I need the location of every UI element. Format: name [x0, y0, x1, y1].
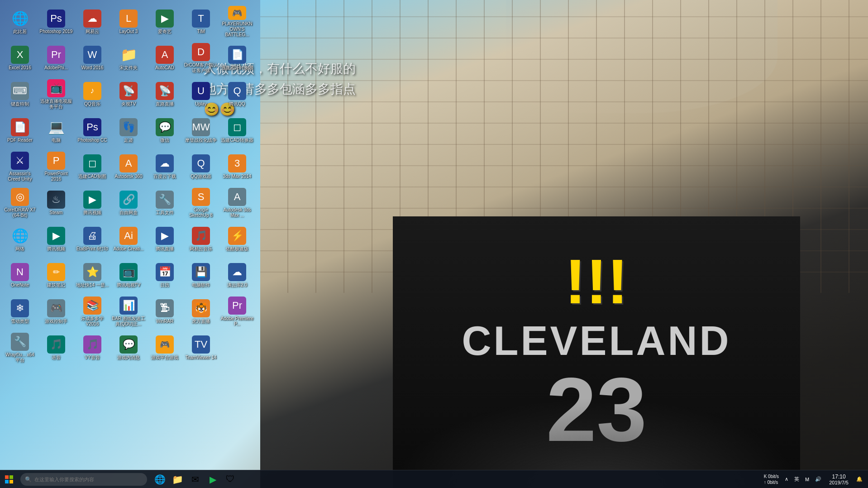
- desktop-icon-bartools[interactable]: 📊BAR 图纸发送工具(QDU)正...: [111, 294, 146, 329]
- desktop-icon-onenote[interactable]: NOneNote: [2, 258, 38, 293]
- desktop-icon-zhongwenwenjian[interactable]: 📁宋文件夹: [111, 40, 146, 76]
- icon-label-cadjianzhu: 迅建CAD转换器: [221, 138, 253, 143]
- desktop-icon-yuyin[interactable]: 🎵语音: [38, 330, 74, 365]
- desktop-icon-ziyouwangluo[interactable]: 🔗自由网盒: [111, 185, 146, 220]
- desktop-icon-cibiju[interactable]: 🌐此比居: [2, 4, 38, 39]
- tray-volume[interactable]: 🔊: [813, 470, 823, 488]
- taskbar-mail[interactable]: ✉: [187, 471, 203, 488]
- desktop-icon-tengxuntv[interactable]: 📺腾讯电视TV: [111, 258, 146, 293]
- desktop-icon-pdfreader[interactable]: 📄PDF Reader: [2, 113, 38, 148]
- desktop-icon-dizhi1[interactable]: ⭐地址快14 一是...: [75, 258, 110, 293]
- desktop-icon-drcom[interactable]: DDrCOM客户端认证客户端: [183, 40, 219, 76]
- desktop-icon-word2016[interactable]: WWord 2016: [75, 40, 110, 76]
- desktop-icon-3dsmax2014[interactable]: 33ds Max 2014: [219, 149, 255, 184]
- desktop-icon-pubg[interactable]: 🎮PLAYERUNKNOWN'S BATTLEG...: [219, 4, 255, 39]
- desktop-icon-mwzhanyi[interactable]: MW摩登战役化战争: [183, 113, 219, 148]
- icon-label-youxinxiaoxi: 游戏内消息: [117, 355, 140, 360]
- desktop-icon-layout3[interactable]: LLayOut 3: [111, 4, 146, 39]
- search-bar[interactable]: 🔍: [20, 473, 147, 486]
- desktop-icon-hufanglive[interactable]: 🐯虎方直播: [183, 294, 219, 329]
- tray-notification[interactable]: 🔔: [854, 470, 864, 488]
- desktop-icon-lianyun20[interactable]: ☁漓云库2.0: [219, 258, 255, 293]
- desktop-icon-uplay[interactable]: UUplay: [183, 77, 219, 112]
- desktop-icon-diannao2[interactable]: 💾电脑软件: [183, 258, 219, 293]
- icon-label-photoshopcc: Photoshop CC: [77, 138, 107, 143]
- system-clock[interactable]: 17:10 2019/7/5: [825, 470, 852, 488]
- desktop-icon-rili[interactable]: 📅日历: [147, 258, 182, 293]
- taskbar-explorer[interactable]: 📁: [169, 471, 186, 488]
- desktop-icon-youda[interactable]: ⚡佐酷极速版: [219, 221, 255, 257]
- desktop-icon-jianzhubizhi[interactable]: ✏建筑笔记: [38, 258, 74, 293]
- desktop-icon-zhiluzhibo[interactable]: 📡直路直播: [147, 77, 182, 112]
- clock-time: 17:10: [832, 474, 846, 480]
- icon-label-zuji: 足迹: [124, 138, 133, 143]
- desktop-icon-googlesketchup[interactable]: SGoogle SketchUp 8: [183, 185, 219, 220]
- desktop-icon-steam[interactable]: ♨Steam: [38, 185, 74, 220]
- icon-label-adobeplm: AdobePhi...: [44, 65, 68, 71]
- desktop-icon-excel2016[interactable]: XExcel 2016: [2, 40, 38, 76]
- icon-image-iqiyi: ▶: [156, 10, 174, 28]
- taskbar-media[interactable]: ▶: [205, 471, 221, 488]
- taskbar: 🔍 🌐 📁 ✉ ▶ 🛡 K 0bit/s ↑ 0bit/s ∧ 英 M 🔊 17…: [0, 470, 868, 488]
- desktop-icon-wangluo[interactable]: 🌐网络: [2, 221, 38, 257]
- desktop-icon-winrar[interactable]: 🗜WinRAR: [147, 294, 182, 329]
- desktop-icon-assassin[interactable]: ⚔Assassin's Creed Unity: [2, 149, 38, 184]
- desktop-icon-coreldraw[interactable]: ◎CorelDRAW X7 (64-Bit): [2, 185, 38, 220]
- desktop-icon-youxianzhubo[interactable]: 📺迅捷直播电视服务平台: [38, 77, 74, 112]
- icon-image-gongju: 🔧: [156, 191, 174, 209]
- desktop-icon-powerpoint2016[interactable]: PPowerPoint 2016: [38, 149, 74, 184]
- desktop-icon-wangyiyun[interactable]: ☁网易云: [75, 4, 110, 39]
- desktop-icon-gongju[interactable]: 🔧工具文件: [147, 185, 182, 220]
- icon-label-cibiju: 此比居: [13, 29, 27, 34]
- desktop-icon-vy1[interactable]: 🎵VY音音: [75, 330, 110, 365]
- icon-label-dizhi1: 地址快14 一是...: [76, 282, 109, 288]
- desktop-icon-adobepremiere[interactable]: PrAdobe Premiere P...: [219, 294, 255, 329]
- desktop-icon-cctv[interactable]: 📡央视TV: [111, 77, 146, 112]
- desktop-icon-adobeplm[interactable]: PrAdobePhi...: [38, 40, 74, 76]
- icon-image-dizhi1: ⭐: [83, 263, 101, 281]
- desktop-icon-photoshop2019[interactable]: PsPhotoshop 2019: [38, 4, 74, 39]
- taskbar-app5[interactable]: 🛡: [222, 471, 238, 488]
- desktop-icon-baiduyun[interactable]: ☁百度云下载: [147, 149, 182, 184]
- desktop-icon-wrayou[interactable]: 🔧Wray©u... x64 平台: [2, 330, 38, 365]
- desktop-icon-kbdtool[interactable]: ⌨键盘特制: [2, 77, 38, 112]
- icon-image-cadjianzhu: ◻: [228, 118, 246, 136]
- tray-network-speed[interactable]: K 0bit/s ↑ 0bit/s: [762, 470, 781, 488]
- desktop-icon-yujikongzhishou[interactable]: 🎮游戏控制手: [38, 294, 74, 329]
- start-button[interactable]: [0, 470, 18, 488]
- desktop-icon-diannao[interactable]: 💻电脑: [38, 113, 74, 148]
- desktop-icon-luocheng[interactable]: 📚乐成多多学V2016: [75, 294, 110, 329]
- icon-label-autodesk3ds: Autodesk 3ds Max ...: [220, 207, 254, 218]
- icon-image-pdftransfer: 📄: [228, 46, 246, 64]
- desktop-icon-pdftransfer[interactable]: 📄迅速PDF转换器: [219, 40, 255, 76]
- desktop-icon-xuedonglei[interactable]: ❄雪动类型: [2, 294, 38, 329]
- desktop-icon-qq2[interactable]: QQQ游戏器: [183, 149, 219, 184]
- desktop-icon-photoshopcc[interactable]: PsPhotoshop CC: [75, 113, 110, 148]
- desktop-icon-teamviewer[interactable]: TVTeamViewer 14: [183, 330, 219, 365]
- desktop-icon-cadjianzu[interactable]: ◻迅建CAD制图: [75, 149, 110, 184]
- desktop-icon-zuji[interactable]: 👣足迹: [111, 113, 146, 148]
- desktop-icon-tengxunlive[interactable]: ▶腾讯直播: [147, 221, 182, 257]
- desktop-icon-autodesk3ds[interactable]: AAutodesk 3ds Max ...: [219, 185, 255, 220]
- desktop-icon-yoxi2[interactable]: 🎮游戏平台游戏: [147, 330, 182, 365]
- desktop-icon-etabprint[interactable]: 🖨EtaBPrint 6打印: [75, 221, 110, 257]
- desktop-icon-autocad[interactable]: AAutoCAD: [147, 40, 182, 76]
- desktop-icon-wangyi[interactable]: 🎵网易云音乐: [183, 221, 219, 257]
- desktop-icon-autodesk360[interactable]: AAutodesk 360: [111, 149, 146, 184]
- tray-ime[interactable]: 英: [792, 470, 801, 488]
- desktop-icon-youxinxiaoxi[interactable]: 💬游戏内消息: [111, 330, 146, 365]
- tray-hidden-icons[interactable]: ∧: [783, 470, 790, 488]
- desktop-icon-weixin[interactable]: 💬微信: [147, 113, 182, 148]
- desktop-icon-iqiyi[interactable]: ▶爱奇艺: [147, 4, 182, 39]
- desktop-icon-tengxunvideo[interactable]: ▶腾讯视频: [38, 221, 74, 257]
- desktop-icon-tengxunshipin2[interactable]: ▶腾讯视频: [75, 185, 110, 220]
- desktop-icon-tim[interactable]: TTIM: [183, 4, 219, 39]
- taskbar-edge[interactable]: 🌐: [152, 471, 168, 488]
- desktop-icon-qqmusic[interactable]: ♪QQ音乐: [75, 77, 110, 112]
- desktop-icon-cadjianzhu[interactable]: ◻迅建CAD转换器: [219, 113, 255, 148]
- desktop-icon-adobecreative[interactable]: AiAdobe Creati...: [111, 221, 146, 257]
- search-input[interactable]: [34, 477, 143, 482]
- desktop-icon-tengxunqq3[interactable]: Q腾讯QQ: [219, 77, 255, 112]
- tray-lang[interactable]: M: [803, 470, 811, 488]
- icon-label-iqiyi: 爱奇艺: [158, 29, 172, 34]
